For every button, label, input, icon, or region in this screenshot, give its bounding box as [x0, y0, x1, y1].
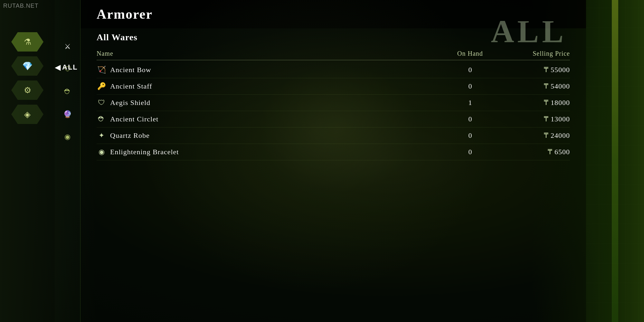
- potions-icon: ⚗: [24, 37, 31, 47]
- currency-icon: ₸: [548, 148, 553, 156]
- item-price: ₸ 18000: [499, 99, 570, 107]
- misc-icon: ◈: [24, 109, 31, 119]
- item-name-cell: ◉ Enlightening Bracelet: [97, 148, 441, 156]
- currency-icon: ₸: [544, 82, 549, 90]
- gear-icon: ⚙: [24, 85, 31, 95]
- item-name: Quartz Robe: [110, 131, 150, 140]
- table-row[interactable]: 🛡 Aegis Shield 1 ₸ 18000: [97, 95, 570, 111]
- item-icon: 🛡: [97, 99, 106, 107]
- item-onhand: 0: [441, 82, 499, 90]
- sub-icon-accessory[interactable]: 🔮: [60, 106, 76, 122]
- item-name: Ancient Circlet: [110, 115, 158, 123]
- left-sidebar: ⚗ 💎 ⚙ ◈: [0, 0, 55, 322]
- sub-icon-helmet[interactable]: ⛑: [60, 84, 76, 100]
- shop-name: Armorer: [97, 7, 153, 22]
- item-icon: ◉: [97, 148, 106, 156]
- item-name-cell: ✦ Quartz Robe: [97, 131, 441, 140]
- main-layout: ⚗ 💎 ⚙ ◈ ⚔ 🛡 ⛑ 🔮 ◉ ◀ ALL Armorer: [0, 0, 644, 322]
- item-icon: ⛑: [97, 115, 106, 123]
- table-row[interactable]: 🏹 Ancient Bow 0 ₸ 55000: [97, 62, 570, 78]
- category-icon-gear[interactable]: ⚙: [11, 80, 43, 100]
- item-price: ₸ 54000: [499, 82, 570, 90]
- item-onhand: 0: [441, 148, 499, 156]
- item-name: Enlightening Bracelet: [110, 148, 179, 156]
- shop-decor: [586, 0, 644, 322]
- item-onhand: 1: [441, 99, 499, 107]
- item-name: Aegis Shield: [110, 99, 150, 107]
- all-arrow-icon: ◀: [55, 63, 61, 72]
- category-icon-misc[interactable]: ◈: [11, 105, 43, 124]
- currency-icon: ₸: [544, 99, 549, 107]
- all-label: ALL: [62, 63, 78, 71]
- item-name: Ancient Bow: [110, 66, 151, 74]
- item-price: ₸ 55000: [499, 66, 570, 74]
- content-area: Armorer ALL All Wares Name On Hand Selli…: [80, 0, 586, 322]
- watermark: RUTAB.NET: [3, 3, 39, 9]
- item-icon: ✦: [97, 131, 106, 140]
- wares-section: All Wares Name On Hand Selling Price 🏹 A…: [97, 32, 570, 160]
- currency-icon: ₸: [544, 115, 549, 123]
- big-all-text: ALL: [491, 13, 567, 50]
- item-icon: 🏹: [97, 66, 106, 74]
- item-icon: 🔑: [97, 82, 106, 90]
- item-price: ₸ 13000: [499, 115, 570, 123]
- table-row[interactable]: ⛑ Ancient Circlet 0 ₸ 13000: [97, 111, 570, 128]
- table-row[interactable]: 🔑 Ancient Staff 0 ₸ 54000: [97, 78, 570, 95]
- category-icon-potions[interactable]: ⚗: [11, 32, 43, 52]
- item-onhand: 0: [441, 131, 499, 140]
- currency-icon: ₸: [544, 66, 549, 74]
- currency-icon: ₸: [544, 131, 549, 139]
- col-header-onhand: On Hand: [441, 50, 499, 57]
- col-header-price: Selling Price: [499, 50, 570, 57]
- item-name-cell: 🔑 Ancient Staff: [97, 82, 441, 90]
- item-name-cell: ⛑ Ancient Circlet: [97, 115, 441, 123]
- items-list: 🏹 Ancient Bow 0 ₸ 55000 🔑 Ancient Staff …: [97, 62, 570, 160]
- table-row[interactable]: ✦ Quartz Robe 0 ₸ 24000: [97, 128, 570, 144]
- right-panel: [586, 0, 644, 322]
- col-header-name: Name: [97, 50, 441, 57]
- item-price: ₸ 24000: [499, 131, 570, 140]
- sub-icon-bracelet[interactable]: ◉: [60, 129, 76, 145]
- item-onhand: 0: [441, 66, 499, 74]
- item-onhand: 0: [441, 115, 499, 123]
- gems-icon: 💎: [22, 61, 33, 71]
- item-price: ₸ 6500: [499, 148, 570, 156]
- all-indicator[interactable]: ◀ ALL: [55, 63, 78, 72]
- category-icon-gems[interactable]: 💎: [11, 56, 43, 76]
- sub-icon-sword[interactable]: ⚔: [60, 39, 76, 55]
- item-name-cell: 🛡 Aegis Shield: [97, 99, 441, 107]
- item-name: Ancient Staff: [110, 82, 152, 90]
- table-row[interactable]: ◉ Enlightening Bracelet 0 ₸ 6500: [97, 144, 570, 160]
- sub-sidebar: ⚔ 🛡 ⛑ 🔮 ◉: [55, 0, 80, 322]
- item-name-cell: 🏹 Ancient Bow: [97, 66, 441, 74]
